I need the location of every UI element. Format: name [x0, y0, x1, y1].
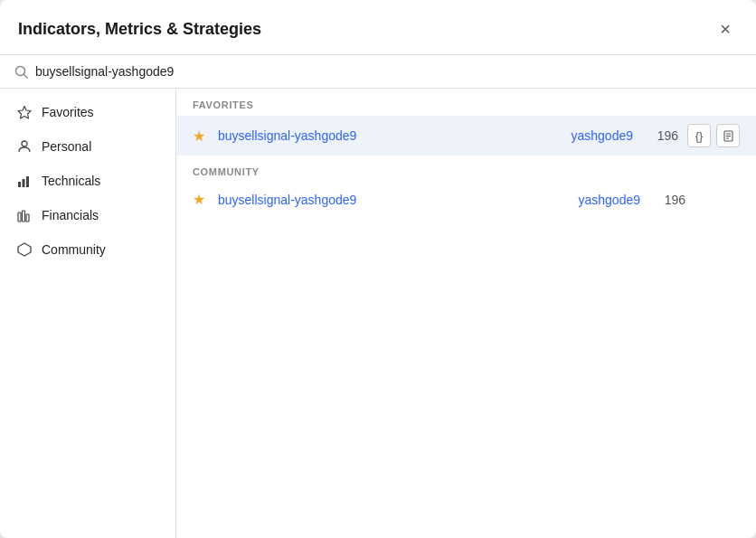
- search-icon: [14, 65, 28, 79]
- table-row[interactable]: ★ buysellsignal-yashgode9 yashgode9 196: [176, 183, 756, 216]
- sidebar-item-label-personal: Personal: [42, 139, 91, 154]
- community-section: COMMUNITY ★ buysellsignal-yashgode9 yash…: [176, 156, 756, 216]
- sidebar-item-label-favorites: Favorites: [42, 105, 94, 119]
- sidebar-item-label-financials: Financials: [42, 208, 99, 222]
- result-author: yashgode9: [559, 193, 640, 207]
- sidebar-item-favorites[interactable]: Favorites: [0, 96, 175, 128]
- community-icon: [16, 241, 33, 258]
- main-content: FAVORITES ★ buysellsignal-yashgode9 yash…: [176, 89, 756, 538]
- sidebar-item-financials[interactable]: Financials: [0, 199, 175, 231]
- result-name[interactable]: buysellsignal-yashgode9: [218, 128, 543, 143]
- sidebar-item-label-community: Community: [42, 242, 106, 257]
- star-filled-icon[interactable]: ★: [193, 127, 209, 145]
- search-bar: [0, 55, 756, 89]
- code-button[interactable]: {}: [687, 124, 711, 147]
- person-icon: [16, 138, 33, 155]
- svg-marker-10: [18, 243, 31, 256]
- result-author: yashgode9: [552, 128, 633, 143]
- svg-rect-4: [18, 182, 21, 187]
- svg-rect-5: [23, 179, 25, 187]
- svg-rect-9: [26, 214, 29, 222]
- result-name[interactable]: buysellsignal-yashgode9: [218, 193, 550, 207]
- sidebar-item-label-technicals: Technicals: [42, 174, 100, 188]
- search-input[interactable]: [35, 64, 742, 79]
- svg-point-3: [22, 141, 27, 146]
- star-icon: [16, 104, 33, 120]
- sidebar-item-technicals[interactable]: Technicals: [0, 165, 175, 197]
- sidebar: Favorites Personal: [0, 89, 176, 538]
- sidebar-item-community[interactable]: Community: [0, 233, 175, 266]
- modal-window: Indicators, Metrics & Strategies × Favor…: [0, 0, 756, 538]
- favorites-section-header: FAVORITES: [176, 89, 756, 116]
- result-count: 196: [642, 128, 678, 143]
- svg-rect-7: [18, 212, 21, 222]
- svg-line-1: [24, 74, 28, 78]
- favorites-section: FAVORITES ★ buysellsignal-yashgode9 yash…: [176, 89, 756, 156]
- svg-rect-6: [26, 176, 29, 187]
- table-row[interactable]: ★ buysellsignal-yashgode9 yashgode9 196 …: [176, 116, 756, 156]
- technicals-icon: [16, 173, 33, 189]
- close-button[interactable]: ×: [713, 16, 738, 42]
- svg-marker-2: [18, 107, 31, 119]
- community-section-header: COMMUNITY: [176, 156, 756, 183]
- result-actions: {}: [687, 124, 740, 147]
- modal-header: Indicators, Metrics & Strategies ×: [0, 0, 756, 55]
- svg-rect-8: [23, 211, 25, 222]
- doc-button[interactable]: [716, 124, 740, 147]
- result-count: 196: [649, 193, 685, 207]
- financials-icon: [16, 207, 33, 223]
- modal-title: Indicators, Metrics & Strategies: [18, 20, 261, 39]
- sidebar-item-personal[interactable]: Personal: [0, 130, 175, 163]
- modal-body: Favorites Personal: [0, 89, 756, 538]
- star-filled-icon[interactable]: ★: [193, 191, 209, 208]
